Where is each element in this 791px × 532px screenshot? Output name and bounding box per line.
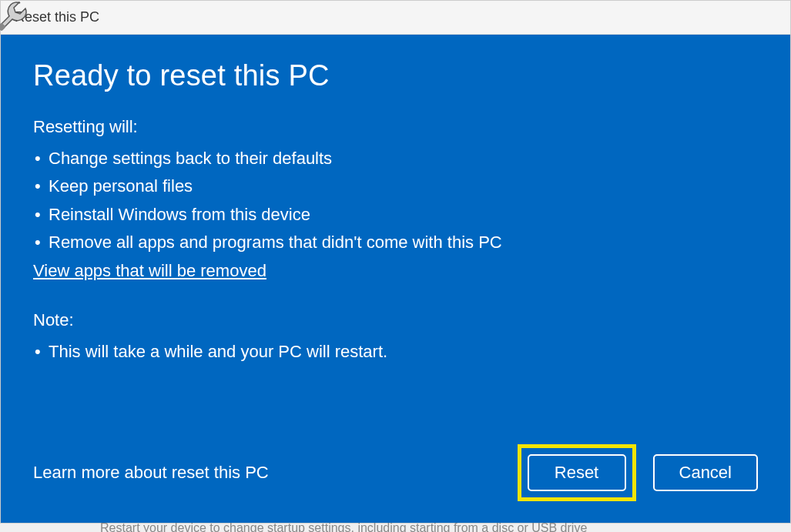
list-item: This will take a while and your PC will … (33, 338, 758, 366)
view-apps-link[interactable]: View apps that will be removed (33, 261, 758, 281)
note-list: This will take a while and your PC will … (33, 338, 758, 366)
resetting-label: Resetting will: (33, 117, 758, 137)
dialog-footer: Learn more about reset this PC Reset Can… (33, 444, 758, 501)
dialog-window: Reset this PC Ready to reset this PC Res… (0, 0, 791, 524)
learn-more-link[interactable]: Learn more about reset this PC (33, 463, 269, 483)
titlebar: Reset this PC (1, 1, 790, 35)
list-item: Remove all apps and programs that didn't… (33, 229, 758, 256)
button-row: Reset Cancel (518, 444, 758, 501)
wrench-icon (0, 0, 32, 34)
note-label: Note: (33, 310, 758, 330)
highlight-annotation: Reset (518, 444, 636, 501)
list-item: Keep personal files (33, 172, 758, 200)
dialog-content: Ready to reset this PC Resetting will: C… (1, 35, 790, 523)
background-text: Restart your device to change startup se… (100, 521, 791, 532)
reset-button[interactable]: Reset (528, 454, 626, 491)
resetting-list: Change settings back to their defaults K… (33, 145, 758, 256)
page-heading: Ready to reset this PC (33, 59, 758, 92)
cancel-button[interactable]: Cancel (653, 454, 758, 491)
list-item: Reinstall Windows from this device (33, 201, 758, 229)
list-item: Change settings back to their defaults (33, 145, 758, 172)
